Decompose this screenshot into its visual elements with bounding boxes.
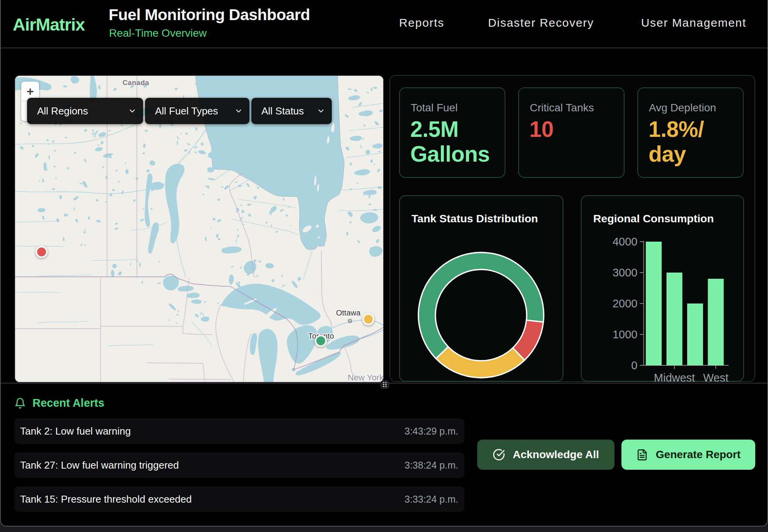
app-content: AirMatrix Fuel Monitoring Dashboard Real… bbox=[0, 0, 768, 532]
alert-timestamp: 3:43:29 p.m. bbox=[404, 426, 458, 437]
nav-user-management[interactable]: User Management bbox=[641, 16, 746, 29]
alerts-title: Recent Alerts bbox=[32, 397, 104, 409]
alert-row[interactable]: Tank 2: Low fuel warning 3:43:29 p.m. bbox=[14, 418, 464, 444]
alert-row[interactable]: Tank 15: Pressure threshold exceeded 3:3… bbox=[14, 486, 464, 512]
svg-text:2000: 2000 bbox=[613, 297, 638, 310]
region-filter-dropdown[interactable]: All Regions bbox=[27, 98, 143, 124]
svg-text:4000: 4000 bbox=[613, 235, 638, 248]
generate-report-label: Generate Report bbox=[656, 448, 741, 461]
bar-1 bbox=[667, 273, 683, 365]
nav-reports[interactable]: Reports bbox=[399, 16, 444, 29]
svg-text:3000: 3000 bbox=[613, 266, 638, 279]
svg-text:1000: 1000 bbox=[613, 328, 638, 341]
fuel-type-filter-dropdown[interactable]: All Fuel Types bbox=[145, 98, 249, 124]
acknowledge-all-label: Acknowledge All bbox=[513, 448, 599, 461]
check-circle-icon bbox=[493, 448, 505, 461]
map-label-new-york: New York bbox=[348, 373, 384, 382]
alert-message: Tank 15: Pressure threshold exceeded bbox=[20, 493, 192, 505]
map-label-country: Canada bbox=[123, 79, 149, 87]
grip-icon bbox=[381, 381, 389, 388]
header: AirMatrix Fuel Monitoring Dashboard Real… bbox=[1, 0, 767, 48]
fuel-type-filter-value: All Fuel Types bbox=[145, 105, 218, 117]
alert-message: Tank 27: Low fuel warning triggered bbox=[20, 459, 179, 471]
stat-label: Avg Depletion bbox=[649, 102, 716, 114]
region-filter-value: All Regions bbox=[27, 105, 88, 117]
status-filter-dropdown[interactable]: All Status bbox=[251, 98, 332, 124]
generate-report-button[interactable]: Generate Report bbox=[621, 440, 755, 470]
svg-text:West: West bbox=[703, 372, 729, 382]
metrics-panel: Total Fuel 2.5M Gallons Critical Tanks 1… bbox=[389, 75, 755, 382]
chevron-down-icon bbox=[317, 107, 325, 115]
logo: AirMatrix bbox=[13, 15, 85, 35]
map-marker-critical[interactable] bbox=[36, 246, 48, 258]
bar-chart: 01000200030004000MidwestWest bbox=[582, 196, 745, 382]
doughnut-chart bbox=[400, 196, 564, 382]
page-subtitle: Real-Time Overview bbox=[109, 27, 207, 39]
alert-row[interactable]: Tank 27: Low fuel warning triggered 3:38… bbox=[14, 452, 464, 478]
alert-timestamp: 3:33:24 p.m. bbox=[404, 494, 458, 505]
panel-resize-handle[interactable] bbox=[381, 380, 389, 389]
stat-label: Critical Tanks bbox=[530, 102, 594, 114]
alert-timestamp: 3:38:24 p.m. bbox=[404, 460, 458, 471]
bar-0 bbox=[646, 242, 662, 365]
chevron-down-icon bbox=[128, 107, 137, 115]
nav-disaster-recovery[interactable]: Disaster Recovery bbox=[488, 16, 594, 29]
stat-value: 2.5M Gallons bbox=[410, 117, 490, 166]
svg-text:Midwest: Midwest bbox=[654, 372, 695, 382]
regional-consumption-chart-card: Regional Consumption 01000200030004000Mi… bbox=[581, 195, 744, 382]
status-filter-value: All Status bbox=[251, 105, 304, 117]
alerts-header: Recent Alerts bbox=[14, 397, 104, 409]
stat-value: 10 bbox=[529, 117, 553, 142]
chevron-down-icon bbox=[234, 107, 243, 115]
map-marker-warning[interactable] bbox=[362, 313, 374, 325]
page-title: Fuel Monitoring Dashboard bbox=[109, 6, 310, 24]
stat-card-total-fuel: Total Fuel 2.5M Gallons bbox=[399, 87, 505, 178]
stat-card-critical-tanks: Critical Tanks 10 bbox=[518, 87, 625, 178]
file-text-icon bbox=[636, 449, 648, 461]
stat-value: 1.8%/ day bbox=[649, 117, 704, 166]
stat-label: Total Fuel bbox=[411, 102, 457, 114]
bar-3 bbox=[708, 279, 724, 365]
acknowledge-all-button[interactable]: Acknowledge All bbox=[477, 440, 614, 470]
stat-card-avg-depletion: Avg Depletion 1.8%/ day bbox=[637, 87, 744, 178]
bell-icon bbox=[14, 397, 26, 409]
bar-2 bbox=[687, 304, 703, 365]
map-panel[interactable]: CanadaOttawaTorontoNew York + All Region… bbox=[14, 75, 384, 383]
map-label-ottawa: Ottawa bbox=[336, 309, 361, 317]
svg-text:0: 0 bbox=[631, 359, 637, 372]
tank-status-chart-card: Tank Status Distribution bbox=[399, 195, 563, 382]
doughnut-segment-2 bbox=[436, 347, 524, 378]
map-marker-normal[interactable] bbox=[315, 335, 327, 347]
alert-message: Tank 2: Low fuel warning bbox=[20, 425, 131, 437]
